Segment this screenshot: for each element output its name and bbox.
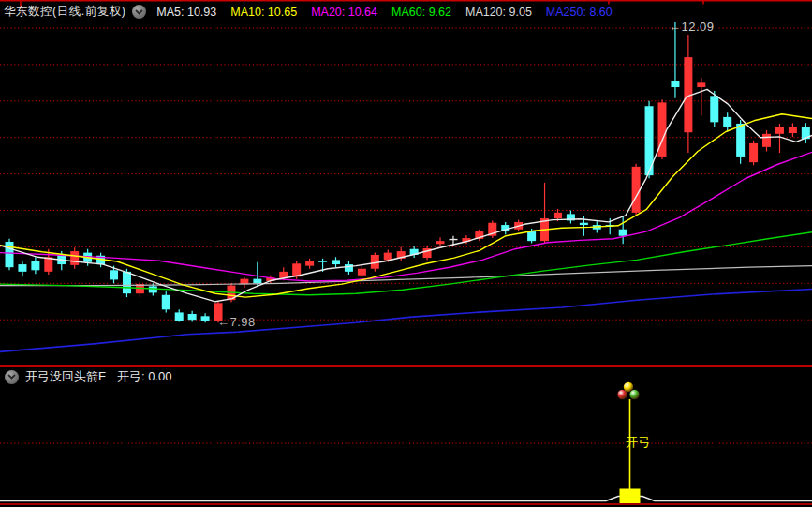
candle-body xyxy=(619,230,627,236)
ma-label-ma5: MA5: 10.93 xyxy=(156,6,216,19)
candle-body xyxy=(318,261,327,262)
indicator-value: 开弓: 0.00 xyxy=(117,368,172,385)
candle-body xyxy=(384,253,392,261)
main-chart-canvas[interactable] xyxy=(0,0,812,365)
candlestick xyxy=(684,35,692,153)
candle-body xyxy=(736,124,745,157)
ma-label-ma20: MA20: 10.64 xyxy=(311,6,377,19)
candle-body xyxy=(162,295,170,310)
candle-body xyxy=(123,272,131,293)
candlestick xyxy=(488,220,496,238)
candlestick xyxy=(305,259,314,269)
candle-body xyxy=(554,213,562,218)
ma-label-ma120: MA120: 9.05 xyxy=(465,6,532,19)
ma-label-ma60: MA60: 9.62 xyxy=(391,6,451,19)
candle-body xyxy=(775,127,784,134)
candle-body xyxy=(671,81,679,87)
candlestick xyxy=(240,277,248,288)
candlestick xyxy=(540,183,549,244)
sub-chart-canvas[interactable] xyxy=(0,365,812,507)
candlestick xyxy=(762,130,771,152)
candlestick xyxy=(201,313,210,322)
indicator-zero-line xyxy=(0,497,812,501)
candlestick xyxy=(18,261,26,276)
ma250-line xyxy=(0,290,812,352)
sub-chart-header: 开弓没回头箭F 开弓: 0.00 xyxy=(5,368,171,385)
candlestick xyxy=(619,216,627,244)
main-chart-header: 华东数控(日线.前复权) MA5: 10.93MA10: 10.65MA20: … xyxy=(4,3,613,21)
candle-body xyxy=(345,264,353,272)
candlestick xyxy=(345,261,353,275)
candlestick xyxy=(789,123,797,137)
chevron-down-icon[interactable] xyxy=(132,5,146,19)
candlestick xyxy=(475,230,483,241)
indicator-name: 开弓没回头箭F xyxy=(25,368,106,385)
stock-app-window: 华东数控(日线.前复权) MA5: 10.93MA10: 10.65MA20: … xyxy=(0,0,812,507)
candle-body xyxy=(110,270,118,279)
candlestick xyxy=(423,246,432,261)
candlestick xyxy=(332,257,340,267)
candle-body xyxy=(527,231,536,241)
signal-text-label: 开弓 xyxy=(626,434,651,451)
signal-balloon-green xyxy=(629,390,639,399)
ma-label-ma250: MA250: 8.60 xyxy=(546,6,613,19)
candlestick xyxy=(567,211,575,224)
candle-body xyxy=(18,264,26,272)
low-price-annotation: ←7.98 xyxy=(217,315,256,329)
candlestick xyxy=(436,237,445,246)
candle-body xyxy=(449,239,457,240)
candle-body xyxy=(70,251,79,265)
security-title: 华东数控(日线.前复权) xyxy=(4,4,125,20)
candle-body xyxy=(710,96,718,122)
candle-body xyxy=(332,260,340,264)
ma20-line xyxy=(0,152,812,281)
candle-body xyxy=(436,241,445,244)
candle-body xyxy=(188,314,197,320)
candlestick xyxy=(658,99,667,159)
signal-box xyxy=(620,489,641,504)
candle-body xyxy=(580,223,588,225)
candle-body xyxy=(723,117,731,127)
high-price-annotation: ←12.09 xyxy=(669,20,715,34)
candle-body xyxy=(253,279,261,284)
candlestick xyxy=(410,246,419,258)
signal-balloon-yellow xyxy=(624,382,633,392)
candlestick xyxy=(802,123,810,143)
candlestick xyxy=(253,262,261,286)
ma10-line xyxy=(0,114,812,297)
candle-body xyxy=(149,286,157,292)
candle-body xyxy=(6,242,14,267)
candle-body xyxy=(789,127,797,133)
candlestick xyxy=(358,266,366,277)
candle-body xyxy=(175,312,184,321)
candlestick xyxy=(188,311,197,322)
candle-body xyxy=(762,134,771,147)
candlestick xyxy=(697,78,705,115)
candlestick xyxy=(70,247,79,269)
signal-balloon-red xyxy=(617,390,627,399)
candlestick xyxy=(31,257,39,274)
candle-body xyxy=(358,269,366,276)
candle-body xyxy=(749,143,758,162)
candlestick xyxy=(723,112,731,131)
candlestick xyxy=(397,246,406,261)
candle-body xyxy=(201,316,210,321)
chevron-down-icon[interactable] xyxy=(5,370,19,384)
candlestick xyxy=(162,291,170,312)
candle-body xyxy=(240,279,248,284)
candle-body xyxy=(31,261,39,270)
candle-body xyxy=(305,261,314,265)
ma-label-ma10: MA10: 10.65 xyxy=(230,6,297,19)
candlestick xyxy=(175,309,184,321)
candlestick xyxy=(749,141,758,165)
ma-legend: MA5: 10.93MA10: 10.65MA20: 10.64MA60: 9.… xyxy=(156,6,612,19)
candlestick xyxy=(6,239,14,270)
candlestick xyxy=(632,164,641,216)
candle-body xyxy=(697,82,705,87)
candlestick xyxy=(645,101,654,178)
candle-body xyxy=(632,167,641,213)
